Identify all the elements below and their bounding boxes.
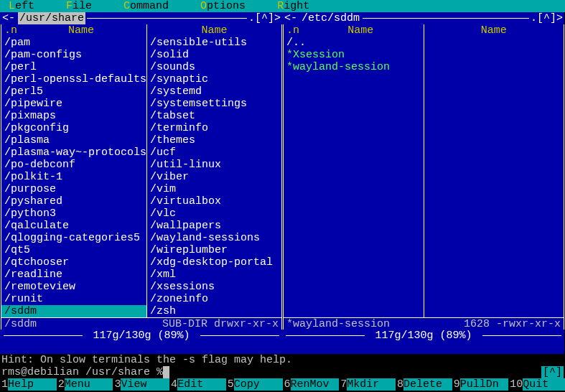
list-item[interactable]: /python3 [1, 207, 146, 220]
shell-prompt[interactable]: rms@debilian /usr/share % [1, 366, 163, 378]
list-item[interactable]: /viber [147, 171, 281, 183]
right-panel-status: *wayland-session 1628 -rwxr-xr-x [283, 317, 564, 330]
list-item[interactable]: /plasma [1, 134, 146, 146]
status-info: SUB-DIR drwxr-xr-x [162, 318, 279, 330]
list-item[interactable]: /remoteview [1, 281, 146, 293]
fkey-view[interactable]: 3View [113, 378, 169, 391]
fkey-menu[interactable]: 2Menu [57, 378, 113, 391]
fkey-edit[interactable]: 4Edit [169, 378, 226, 391]
list-item[interactable]: /qt5 [1, 244, 146, 256]
menu-options[interactable]: Options [199, 0, 247, 12]
left-panel-disk: 117g/130g (89%) [1, 330, 282, 342]
fkey-copy[interactable]: 5Copy [226, 378, 283, 391]
menu-file[interactable]: File [65, 0, 93, 12]
disk-usage: 117g/130g (89%) [375, 330, 472, 342]
left-panel-corner[interactable]: .[^]> [248, 12, 282, 24]
list-item[interactable]: /vim [147, 183, 281, 195]
list-item[interactable]: /po-debconf [1, 159, 146, 171]
list-item[interactable]: /perl5 [1, 85, 146, 98]
list-item[interactable]: /perl [1, 61, 146, 73]
list-item[interactable]: /qlogging-categories5 [1, 232, 146, 244]
list-item[interactable]: /qalculate [1, 220, 146, 232]
list-item[interactable]: /polkit-1 [1, 171, 146, 183]
list-item[interactable]: /.. [284, 37, 424, 49]
col-header-n: .n [284, 24, 298, 37]
list-item[interactable]: /wallpapers [147, 220, 281, 232]
right-panel-corner[interactable]: .[^]> [531, 12, 564, 24]
list-item[interactable]: /zoneinfo [147, 293, 281, 305]
left-panel-path[interactable]: /usr/share [18, 12, 85, 24]
list-item[interactable]: /xdg-desktop-portal [147, 256, 281, 269]
fkey-renmov[interactable]: 6RenMov [283, 378, 340, 391]
list-item[interactable]: *Xsession [284, 49, 424, 61]
file-list[interactable]: /..*Xsession*wayland-session [284, 37, 424, 73]
file-list[interactable]: /sensible-utils/solid/sounds/synaptic/sy… [147, 37, 281, 317]
list-item[interactable]: /pyshared [1, 195, 146, 207]
right-col2-header: Name [424, 24, 564, 37]
list-item[interactable]: /xsessions [147, 281, 281, 293]
prompt-corner[interactable]: [^] [541, 366, 564, 378]
list-item[interactable]: /pkgconfig [1, 122, 146, 134]
left-panel-status: /sddm SUB-DIR drwxr-xr-x [1, 317, 282, 330]
fkey-mkdir[interactable]: 7Mkdir [339, 378, 396, 391]
list-item[interactable]: /themes [147, 134, 281, 146]
left-col-2: Name /sensible-utils/solid/sounds/synapt… [146, 24, 281, 317]
list-item[interactable]: /xml [147, 269, 281, 281]
right-panel: <- /etc/sddm .[^]> .n Name /..*Xsession*… [282, 12, 564, 354]
file-list[interactable]: /pam/pam-configs/perl/perl-openssl-defau… [1, 37, 146, 317]
left-panel: <- /usr/share .[^]> .n Name /pam/pam-con… [0, 12, 282, 354]
col-header-name: Name [147, 24, 281, 37]
list-item[interactable]: /perl-openssl-defaults [1, 73, 146, 85]
menu-left[interactable]: Left [7, 0, 36, 12]
right-panel-body: .n Name /..*Xsession*wayland-session Nam… [283, 24, 564, 317]
hint-area: Hint: On slow terminals the -s flag may … [0, 354, 565, 378]
left-panel-body: .n Name /pam/pam-configs/perl/perl-opens… [1, 24, 282, 317]
right-panel-path[interactable]: /etc/sddm [300, 12, 361, 24]
list-item[interactable]: /wireplumber [147, 244, 281, 256]
fkey-pulldn[interactable]: 9PullDn [452, 378, 509, 391]
list-item[interactable]: /vlc [147, 207, 281, 220]
list-item[interactable]: /pipewire [1, 98, 146, 110]
left-col2-header: Name [147, 24, 281, 37]
list-item[interactable]: /readline [1, 269, 146, 281]
left-col-1: .n Name /pam/pam-configs/perl/perl-opens… [1, 24, 146, 317]
list-item[interactable]: /sounds [147, 61, 281, 73]
list-item[interactable]: /systemsettings [147, 98, 281, 110]
col-header-name: Name [424, 24, 564, 37]
fkey-help[interactable]: 1Help [0, 378, 57, 391]
list-item[interactable]: /synaptic [147, 73, 281, 85]
list-item[interactable]: /terminfo [147, 122, 281, 134]
list-item[interactable]: /solid [147, 49, 281, 61]
status-info: 1628 -rwxr-xr-x [464, 318, 561, 330]
list-item[interactable]: /sensible-utils [147, 37, 281, 49]
right-col1-header: .n Name [284, 24, 424, 37]
list-item[interactable]: /sddm [1, 305, 146, 317]
list-item[interactable]: /systemd [147, 85, 281, 98]
fkey-delete[interactable]: 8Delete [396, 378, 452, 391]
col-header-name: Name [298, 24, 424, 37]
menubar[interactable]: LeftFileCommandOptionsRight [0, 0, 565, 12]
list-item[interactable]: /qtchooser [1, 256, 146, 269]
list-item[interactable]: /pam-configs [1, 49, 146, 61]
list-item[interactable]: /virtualbox [147, 195, 281, 207]
list-item[interactable]: /util-linux [147, 159, 281, 171]
menu-right[interactable]: Right [276, 0, 311, 12]
list-item[interactable]: /pixmaps [1, 110, 146, 122]
panels-container: <- /usr/share .[^]> .n Name /pam/pam-con… [0, 12, 565, 354]
list-item[interactable]: *wayland-session [284, 61, 424, 73]
right-col-1: .n Name /..*Xsession*wayland-session [284, 24, 424, 317]
right-panel-header: <- /etc/sddm .[^]> [283, 12, 564, 24]
fkey-quit[interactable]: 10Quit [508, 378, 565, 391]
list-item[interactable]: /zsh [147, 305, 281, 317]
list-item[interactable]: /runit [1, 293, 146, 305]
right-col-2: Name [424, 24, 564, 317]
list-item[interactable]: /plasma-way~-protocols [1, 146, 146, 159]
list-item[interactable]: /ucf [147, 146, 281, 159]
right-arrow-icon: <- [283, 12, 297, 24]
list-item[interactable]: /purpose [1, 183, 146, 195]
right-panel-disk: 117g/130g (89%) [283, 330, 564, 342]
menu-command[interactable]: Command [122, 0, 170, 12]
list-item[interactable]: /pam [1, 37, 146, 49]
list-item[interactable]: /tabset [147, 110, 281, 122]
list-item[interactable]: /wayland-sessions [147, 232, 281, 244]
